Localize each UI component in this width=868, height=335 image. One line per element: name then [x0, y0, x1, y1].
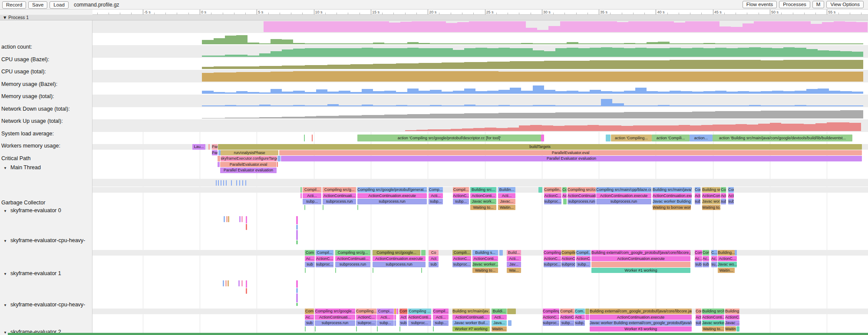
counter-chart-action-count[interactable] [264, 21, 868, 32]
trace-event[interactable] [228, 280, 229, 286]
trace-event[interactable] [300, 187, 302, 193]
trace-event[interactable]: sub [696, 320, 701, 326]
trace-event[interactable]: subproc... [356, 320, 376, 326]
trace-event[interactable] [231, 180, 232, 186]
trace-event[interactable]: Ac... [711, 256, 717, 262]
trace-event[interactable]: Com [305, 309, 314, 314]
trace-event[interactable]: Building... [718, 250, 735, 256]
trace-event[interactable]: Waiting to... [702, 205, 720, 210]
trace-event[interactable]: ActionC... [560, 315, 574, 320]
collapse-arrow-icon[interactable]: ▼ [3, 271, 7, 277]
trace-event[interactable]: ActionContinuati... [323, 193, 356, 199]
trace-event[interactable]: subprocess.run [596, 199, 651, 204]
trace-event[interactable]: subproc... [544, 199, 561, 204]
counter-chart-memory-usage-total[interactable] [202, 71, 863, 82]
trace-event[interactable] [246, 280, 247, 288]
trace-event[interactable]: subp... [560, 320, 574, 326]
trace-event[interactable]: Compiling... [543, 309, 559, 314]
trace-event[interactable]: subp... [377, 320, 394, 326]
trace-event[interactable] [305, 268, 306, 273]
trace-event[interactable] [245, 180, 246, 186]
trace-event[interactable]: Buildi... [492, 309, 507, 314]
trace-event[interactable]: Waiting to... [470, 205, 496, 210]
trace-event[interactable]: subp... [303, 199, 321, 204]
trace-event[interactable] [356, 326, 357, 332]
trace-event[interactable]: Compiling ... [408, 309, 431, 314]
trace-event[interactable]: ActionC... [561, 256, 575, 262]
trace-event[interactable]: Compil... [303, 187, 321, 193]
trace-event[interactable] [239, 216, 241, 222]
trace-event[interactable]: Com [695, 187, 700, 193]
trace-event[interactable] [735, 250, 737, 256]
record-button[interactable]: Record [2, 1, 26, 9]
trace-event[interactable] [373, 268, 373, 273]
trace-event[interactable] [241, 280, 243, 286]
trace-event[interactable] [296, 216, 298, 224]
trace-event[interactable]: subprocess.run [373, 262, 426, 267]
counter-chart-system-load-average[interactable] [202, 108, 863, 118]
trace-event[interactable]: Act [399, 315, 407, 320]
trace-event[interactable]: Compiling src/main/cpp/blaze.cc [596, 187, 651, 193]
trace-event[interactable] [296, 303, 298, 306]
trace-event[interactable]: Compiling src/g... [335, 250, 370, 256]
trace-event[interactable] [396, 309, 398, 314]
trace-event[interactable]: Par [212, 150, 218, 156]
collapse-arrow-icon[interactable]: ▼ [3, 165, 7, 171]
trace-event[interactable]: Waitin... [498, 205, 515, 210]
trace-event[interactable]: subprocess.run [315, 320, 355, 326]
trace-event[interactable]: Compiling src/google... [373, 250, 420, 256]
trace-event[interactable]: subprocess.run [568, 199, 596, 204]
trace-event[interactable] [323, 205, 323, 210]
trace-event[interactable]: Building external/com_google_protobuf/ja… [591, 250, 690, 256]
trace-event[interactable]: subproc... [408, 320, 431, 326]
trace-event[interactable] [606, 135, 611, 141]
trace-event[interactable]: subprocess.run [335, 262, 370, 267]
trace-event[interactable]: subproc... [543, 320, 559, 326]
trace-event[interactable]: Ac... [305, 256, 315, 262]
trace-event[interactable] [296, 240, 298, 244]
trace-event[interactable] [538, 187, 542, 193]
trace-event[interactable]: Acti... [575, 315, 585, 320]
trace-event[interactable]: Parallel Evaluator evaluation [220, 168, 277, 173]
collapse-arrow-icon[interactable]: ▼ [3, 329, 7, 335]
trace-event[interactable]: Javac wor... [702, 199, 720, 204]
trace-event[interactable]: Comp... [429, 187, 443, 193]
trace-event[interactable] [305, 326, 306, 332]
trace-event[interactable]: subp... [429, 199, 443, 204]
trace-event[interactable]: ActionConti... [408, 315, 431, 320]
trace-event[interactable]: ActionContinuation.execute [590, 315, 692, 320]
trace-event[interactable]: action 'Building src/main/java/com/googl… [713, 135, 852, 141]
trace-event[interactable]: Waitin... [725, 326, 736, 332]
clipped-bottom-bar[interactable] [8, 333, 868, 335]
collapse-arrow-icon[interactable]: ▼ [3, 238, 7, 244]
flow-events-button[interactable]: Flow events [743, 1, 777, 8]
load-button[interactable]: Load [50, 1, 69, 9]
trace-event[interactable]: Com... [575, 309, 585, 314]
trace-event[interactable]: Build... [507, 250, 521, 256]
trace-event[interactable]: Act [695, 193, 700, 199]
trace-event[interactable]: Lau... [192, 144, 205, 150]
trace-event[interactable]: Com [305, 250, 315, 256]
trace-event[interactable]: Com [728, 187, 734, 193]
trace-event[interactable]: sub [721, 199, 726, 204]
trace-event[interactable]: Javac worker Building external/com_googl… [590, 320, 692, 326]
trace-event[interactable] [226, 216, 228, 222]
trace-event[interactable]: action... [690, 135, 713, 141]
trace-event[interactable]: sub [695, 262, 702, 267]
trace-event[interactable]: Parallel Evaluator evaluation [281, 156, 862, 161]
trace-event[interactable]: ActionConti... [472, 256, 498, 262]
trace-event[interactable]: Javac worker Buil... [452, 320, 490, 326]
trace-event[interactable] [241, 216, 243, 222]
trace-event[interactable] [563, 199, 567, 204]
trace-event[interactable] [218, 156, 220, 161]
collapse-arrow-icon[interactable]: ▼ [3, 208, 7, 214]
trace-event[interactable] [226, 180, 227, 186]
trace-event[interactable]: Building src/main/java/com/go... [653, 187, 692, 193]
trace-event[interactable]: skyframeExecutor.configureTargets [221, 156, 277, 161]
trace-event[interactable]: ActionC... [718, 256, 737, 262]
trace-event[interactable]: Building s... [472, 250, 498, 256]
trace-event[interactable]: ParallelEvaluator.eval [279, 150, 862, 156]
collapse-arrow-icon[interactable]: ▼ [3, 15, 7, 20]
trace-event[interactable] [421, 250, 426, 256]
trace-event[interactable]: Compiling... [356, 309, 376, 314]
